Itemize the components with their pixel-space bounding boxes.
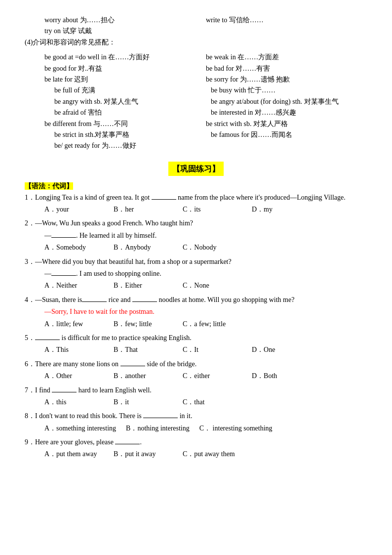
option-4c: C．a few; little [183,319,242,330]
question-3-text: 3．—Where did you buy that beautiful hat,… [25,256,367,267]
prep-row-10: be strict in sth.对某事严格 be famous for 因……… [25,129,367,140]
blank-5 [35,340,60,340]
option-8b: B．nothing interesting [126,423,190,434]
option-1d: D．my [252,204,311,215]
prep-left-8: be afraid of 害怕 [54,107,211,118]
question-8-options: A．something interesting B．nothing intere… [25,423,367,434]
question-1-options: A．your B．her C．its D．my [25,204,367,215]
question-7-options: A．this B．it C．that [25,397,367,408]
prep-row-11: be/ get ready for 为……做好 [25,140,367,151]
prep-right-10: be famous for 因……而闻名 [211,129,367,140]
option-5a: A．This [44,344,104,355]
question-1: 1．Longjing Tea is a kind of green tea. I… [25,192,367,215]
option-2c: C．Nobody [183,242,242,253]
option-8a: A．something interesting [44,423,116,434]
question-2-sub: —. He learned it all by himself. [25,230,367,241]
option-6b: B．another [114,371,173,382]
question-2: 2．—Wow, Wu Jun speaks a good French. Who… [25,218,367,253]
prep-row-8: be afraid of 害怕 be interested in 对……感兴趣 [25,107,367,118]
option-2a: A．Somebody [44,242,104,253]
option-6c: C．either [183,371,242,382]
option-7b: B．it [114,397,173,408]
prep-left-1: worry about 为……担心 [44,15,206,26]
question-9-options: A．put them away B．put it away C．put away… [25,449,367,460]
option-3c: C．None [183,280,242,291]
blank-6 [120,366,145,366]
question-3-options: A．Neither B．Either C．None [25,280,367,291]
option-3b: B．Either [114,280,173,291]
prep-left-4: be good for 对..有益 [44,63,206,74]
option-4b: B．few; little [114,319,173,330]
question-4-text: 4．—Susan, there is rice and noodles at h… [25,295,367,305]
question-5-options: A．This B．That C．It D．One [25,344,367,355]
prep-right-3: be weak in 在……方面差 [206,52,367,63]
blank-2 [51,237,76,238]
question-3-sub: —. I am used to shopping online. [25,268,367,279]
question-4-sub: —Sorry, I have to wait for the postman. [25,306,367,317]
blank-3 [51,275,76,276]
option-9c: C．put away them [183,449,242,460]
prep-right-9: be strict with sb. 对某人严格 [206,119,367,129]
question-3: 3．—Where did you buy that beautiful hat,… [25,256,367,292]
prep-right-5: be sorry for 为……遗憾 抱歉 [206,74,367,85]
question-9: 9．Here are your gloves, please . A．put t… [25,437,367,460]
question-6-options: A．Other B．another C．either D．Both [25,371,367,382]
blank-4a [82,301,107,302]
option-1a: A．your [44,204,104,215]
option-1b: B．her [114,204,173,215]
question-7-text: 7．I find hard to learn English well. [25,385,367,396]
prep-right-8: be interested in 对……感兴趣 [211,107,367,118]
blank-1 [152,199,176,200]
option-5c: C．It [183,344,242,355]
option-6a: A．Other [44,371,104,382]
prep-left-10: be strict in sth.对某事严格 [54,129,211,140]
question-1-text: 1．Longjing Tea is a kind of green tea. I… [25,192,367,203]
question-4: 4．—Susan, there is rice and noodles at h… [25,295,367,330]
prep-row-5: be late for 迟到 be sorry for 为……遗憾 抱歉 [25,74,367,85]
question-6: 6．There are many stone lions on side of … [25,359,367,382]
prep-right-7: be angry at/about (for doing) sth. 对某事生气 [211,96,367,107]
blank-8 [143,418,178,418]
option-2b: B．Anybody [114,242,173,253]
option-1c: C．its [183,204,242,215]
option-7c: C．that [183,397,242,408]
prep-left-6: be full of 充满 [54,85,211,96]
prep-row-3: be good at =do well in 在……方面好 be weak in… [25,52,367,63]
option-9b: B．put it away [114,449,173,460]
option-8c: C． interesting something [199,423,273,434]
blank-4b [132,301,157,302]
question-8: 8．I don't want to read this book. There … [25,411,367,434]
question-5: 5． is difficult for me to practice speak… [25,333,367,356]
prep-row-2: try on 试穿 试戴 [25,26,367,37]
question-4-options: A．little; few B．few; little C．a few; lit… [25,319,367,330]
practice-title: 【巩固练习】 [168,162,224,176]
prep-left-7: be angry with sb. 对某人生气 [54,96,211,107]
question-2-options: A．Somebody B．Anybody C．Nobody [25,242,367,253]
question-6-text: 6．There are many stone lions on side of … [25,359,367,370]
option-7a: A．this [44,397,104,408]
prep-left-5: be late for 迟到 [44,74,206,85]
question-9-text: 9．Here are your gloves, please . [25,437,367,448]
prep-left-9: be different from 与……不同 [44,119,206,129]
practice-title-block: 【巩固练习】 [25,162,367,176]
question-7: 7．I find hard to learn English well. A．t… [25,385,367,408]
prep-right-4: be bad for 对……有害 [206,63,367,74]
blank-9 [115,444,140,444]
option-4a: A．little; few [44,319,104,330]
prep-right-6: be busy with 忙于…… [211,85,367,96]
blank-7 [52,392,77,392]
option-5d: D．One [252,344,311,355]
option-9a: A．put them away [44,449,104,460]
option-5b: B．That [114,344,173,355]
question-8-text: 8．I don't want to read this book. There … [25,411,367,422]
prep-row-9: be different from 与……不同 be strict with s… [25,119,367,129]
option-3a: A．Neither [44,280,104,291]
question-5-text: 5． is difficult for me to practice speak… [25,333,367,343]
prep-right-1: write to 写信给…… [206,15,367,26]
grammar-label-block: 【语法：代词】 [25,181,367,192]
question-2-text: 2．—Wow, Wu Jun speaks a good French. Who… [25,218,367,229]
prep-row-4: be good for 对..有益 be bad for 对……有害 [25,63,367,74]
prep-row-6: be full of 充满 be busy with 忙于…… [25,85,367,96]
grammar-label: 【语法：代词】 [25,182,73,190]
prep-row-7: be angry with sb. 对某人生气 be angry at/abou… [25,96,367,107]
